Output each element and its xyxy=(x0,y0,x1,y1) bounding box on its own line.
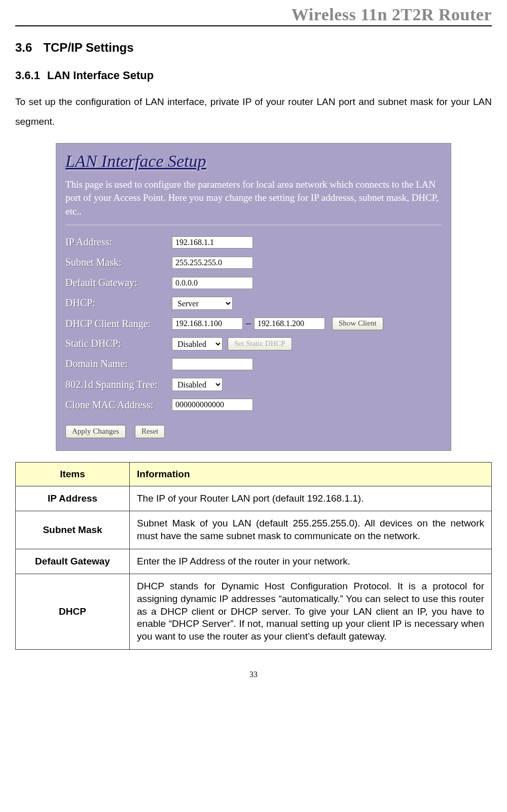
row-clone-mac: Clone MAC Address: xyxy=(65,397,442,413)
info-desc: Subnet Mask of you LAN (default 255.255.… xyxy=(130,511,492,549)
info-desc: DHCP stands for Dynamic Host Configurati… xyxy=(130,574,492,649)
input-ip[interactable] xyxy=(172,236,253,249)
label-clone: Clone MAC Address: xyxy=(65,399,172,410)
info-header-information: Information xyxy=(130,462,492,486)
row-ip-address: IP Address: xyxy=(65,234,442,251)
info-item: Subnet Mask xyxy=(16,511,130,549)
page-number: 33 xyxy=(15,670,492,679)
row-domain-name: Domain Name: xyxy=(65,356,442,372)
input-range-start[interactable] xyxy=(172,317,243,330)
select-dhcp[interactable]: Server xyxy=(172,297,233,310)
subsection-title: LAN Interface Setup xyxy=(47,69,154,82)
section-title: TCP/IP Settings xyxy=(43,41,133,54)
row-spanning-tree: 802.1d Spanning Tree: Disabled xyxy=(65,376,442,393)
label-domain: Domain Name: xyxy=(65,358,172,370)
panel-divider xyxy=(65,225,442,225)
apply-changes-button[interactable]: Apply Changes xyxy=(65,425,126,438)
panel-description: This page is used to configure the param… xyxy=(65,178,442,219)
info-header-items: Items xyxy=(16,462,130,486)
select-static-dhcp[interactable]: Disabled xyxy=(172,337,223,350)
subsection-heading: 3.6.1LAN Interface Setup xyxy=(15,69,492,82)
lan-setup-screenshot: LAN Interface Setup This page is used to… xyxy=(56,143,451,451)
set-static-dhcp-button[interactable]: Set Static DHCP xyxy=(228,337,292,350)
label-static: Static DHCP: xyxy=(65,338,172,349)
table-row: Subnet Mask Subnet Mask of you LAN (defa… xyxy=(16,511,492,549)
info-item: Default Gateway xyxy=(16,549,130,574)
row-dhcp-range: DHCP Client Range: – Show Client xyxy=(65,315,442,332)
input-range-end[interactable] xyxy=(254,317,325,330)
label-mask: Subnet Mask: xyxy=(65,257,172,268)
info-desc: The IP of your Router LAN port (default … xyxy=(130,486,492,511)
row-dhcp: DHCP: Server xyxy=(65,295,442,311)
info-table: Items Information IP Address The IP of y… xyxy=(15,462,492,650)
doc-header: Wireless 11n 2T2R Router xyxy=(15,5,492,26)
section-heading: 3.6TCP/IP Settings xyxy=(15,41,492,55)
section-number: 3.6 xyxy=(15,41,32,54)
select-spanning[interactable]: Disabled xyxy=(172,378,223,391)
show-client-button[interactable]: Show Client xyxy=(332,317,383,330)
panel-title: LAN Interface Setup xyxy=(65,152,442,171)
reset-button[interactable]: Reset xyxy=(135,425,165,438)
panel-button-row: Apply Changes Reset xyxy=(65,425,442,438)
input-gw[interactable] xyxy=(172,277,253,289)
table-row: Default Gateway Enter the IP Address of … xyxy=(16,549,492,574)
table-row: DHCP DHCP stands for Dynamic Host Config… xyxy=(16,574,492,649)
label-spanning: 802.1d Spanning Tree: xyxy=(65,379,172,390)
label-ip: IP Address: xyxy=(65,236,172,248)
info-desc: Enter the IP Address of the router in yo… xyxy=(130,549,492,574)
range-dash: – xyxy=(246,317,251,329)
input-clone-mac[interactable] xyxy=(172,399,253,411)
info-item: IP Address xyxy=(16,486,130,511)
row-default-gateway: Default Gateway: xyxy=(65,275,442,291)
label-dhcp: DHCP: xyxy=(65,297,172,309)
table-row: IP Address The IP of your Router LAN por… xyxy=(16,486,492,511)
subsection-number: 3.6.1 xyxy=(15,69,40,82)
input-mask[interactable] xyxy=(172,257,253,269)
row-subnet-mask: Subnet Mask: xyxy=(65,255,442,271)
row-static-dhcp: Static DHCP: Disabled Set Static DHCP xyxy=(65,336,442,352)
intro-paragraph: To set up the configuration of LAN inter… xyxy=(15,92,492,132)
input-domain[interactable] xyxy=(172,358,253,370)
label-gw: Default Gateway: xyxy=(65,277,172,289)
label-range: DHCP Client Range: xyxy=(65,318,172,329)
info-item: DHCP xyxy=(16,574,130,649)
